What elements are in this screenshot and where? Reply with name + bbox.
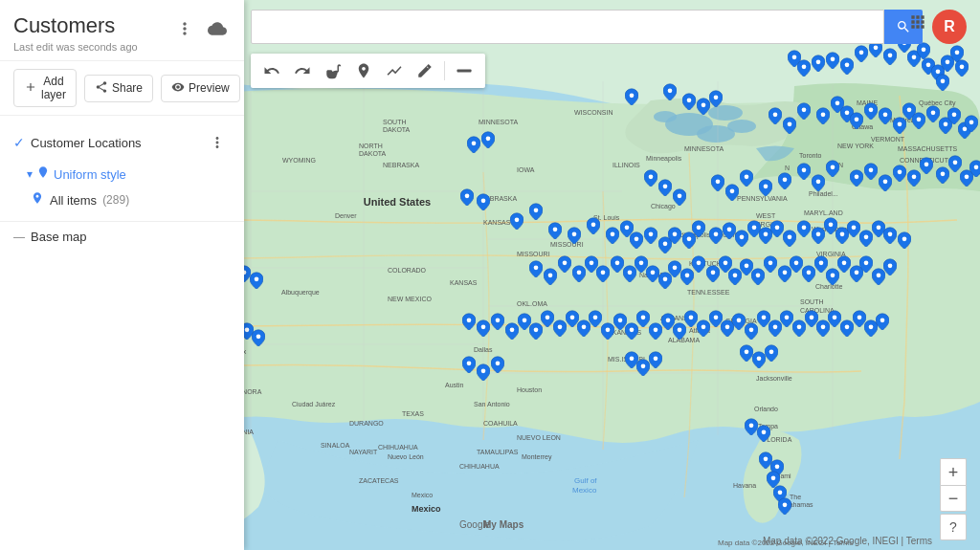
svg-text:TEXAS: TEXAS	[402, 410, 424, 417]
svg-text:MASSACHUSETTS: MASSACHUSETTS	[898, 145, 958, 152]
all-items-row[interactable]: All items (289)	[0, 187, 244, 213]
svg-point-5	[727, 120, 756, 133]
svg-text:ILLINOIS: ILLINOIS	[612, 162, 640, 168]
svg-text:Monterrey: Monterrey	[522, 453, 552, 461]
svg-text:CAROLINA: CAROLINA	[800, 307, 835, 314]
svg-text:MAINE: MAINE	[857, 99, 879, 106]
svg-text:Houston: Houston	[517, 386, 542, 393]
svg-text:SOUTH: SOUTH	[800, 298, 824, 305]
svg-text:Mexico: Mexico	[572, 486, 597, 495]
search-input[interactable]	[251, 10, 884, 44]
svg-text:CONNECTICUT: CONNECTICUT	[900, 157, 949, 164]
svg-text:NEBRASKA: NEBRASKA	[480, 195, 517, 202]
more-options-button[interactable]	[171, 15, 198, 42]
svg-text:Jacksonville: Jacksonville	[756, 375, 792, 382]
undo-button[interactable]	[258, 57, 285, 84]
chevron-down-icon: ▾	[27, 167, 33, 181]
panel-subtitle: Last edit was seconds ago	[13, 41, 138, 53]
svg-text:CHIHUAHUA: CHIHUAHUA	[378, 444, 418, 451]
svg-text:St. Louis: St. Louis	[593, 214, 620, 221]
svg-text:My Maps: My Maps	[483, 519, 524, 530]
item-count: (289)	[102, 193, 129, 207]
svg-text:GEORGIA: GEORGIA	[725, 318, 757, 324]
add-layer-button[interactable]: Add layer	[13, 69, 77, 107]
zoom-controls: + −	[940, 458, 967, 512]
svg-text:Chicago: Chicago	[651, 203, 676, 210]
marker-button[interactable]	[350, 57, 377, 84]
map-toolbar	[251, 54, 485, 88]
preview-icon	[171, 80, 185, 97]
svg-text:ARKANSAS: ARKANSAS	[660, 315, 697, 321]
share-icon	[95, 80, 108, 97]
svg-text:TAMAULIPAS: TAMAULIPAS	[477, 449, 519, 455]
svg-text:Montreal: Montreal	[890, 117, 917, 123]
svg-text:ALABAMA: ALABAMA	[668, 337, 700, 343]
svg-text:WEST: WEST	[756, 212, 776, 219]
svg-text:Minneapolis: Minneapolis	[646, 155, 682, 163]
svg-text:NUEVO LEON: NUEVO LEON	[517, 434, 561, 441]
svg-text:NORTH: NORTH	[359, 143, 383, 149]
preview-button[interactable]: Preview	[161, 75, 240, 102]
basemap-label: Base map	[31, 230, 87, 244]
redo-button[interactable]	[289, 57, 316, 84]
svg-text:MARYL.AND: MARYL.AND	[804, 209, 843, 216]
add-layer-icon	[24, 80, 37, 97]
layer-section: ✓ Customer Locations ▾ Uniform style All…	[0, 116, 244, 222]
layer-check-icon: ✓	[13, 135, 25, 150]
svg-text:DAKOTA: DAKOTA	[359, 150, 387, 157]
svg-text:Austin: Austin	[445, 382, 464, 388]
svg-text:MISSOURI: MISSOURI	[550, 241, 584, 248]
svg-text:NEW YORK: NEW YORK	[837, 143, 874, 149]
svg-text:Albuquerque: Albuquerque	[281, 289, 320, 297]
svg-text:Miami: Miami	[773, 473, 791, 479]
apps-icon[interactable]	[908, 12, 927, 36]
svg-text:Nashville: Nashville	[639, 272, 667, 278]
basemap-section[interactable]: — Base map	[0, 222, 244, 252]
zoom-out-button[interactable]: −	[940, 485, 967, 512]
svg-text:San Antonio: San Antonio	[474, 401, 510, 407]
svg-text:KENTUCKY: KENTUCKY	[689, 260, 725, 267]
svg-text:Dallas: Dallas	[474, 346, 493, 353]
svg-text:ZACATECAS: ZACATECAS	[359, 477, 399, 484]
add-layer-label: Add layer	[41, 75, 66, 101]
svg-text:Mexico: Mexico	[412, 504, 441, 514]
svg-text:NEW MEXICO: NEW MEXICO	[388, 296, 432, 302]
layer-name: Customer Locations	[31, 136, 142, 150]
zoom-in-button[interactable]: +	[940, 458, 967, 485]
action-row: Add layer Share Preview	[0, 61, 244, 116]
user-avatar[interactable]: R	[932, 10, 967, 44]
pan-button[interactable]	[320, 57, 346, 84]
style-text[interactable]: Uniform style	[54, 167, 126, 182]
line-button[interactable]	[381, 57, 408, 84]
measure-button[interactable]	[412, 57, 438, 84]
svg-text:Philadel...: Philadel...	[809, 190, 838, 197]
svg-text:WISCONSIN: WISCONSIN	[574, 109, 612, 116]
svg-text:SOUTH: SOUTH	[383, 119, 407, 125]
svg-text:Ottawa: Ottawa	[852, 123, 873, 130]
svg-text:N: N	[838, 162, 843, 168]
svg-text:Québec City: Québec City	[919, 99, 956, 107]
svg-text:Denver: Denver	[335, 212, 357, 219]
svg-text:OKL.OMA: OKL.OMA	[517, 300, 547, 307]
cloud-save-button[interactable]	[204, 15, 231, 42]
svg-text:KANSAS: KANSAS	[450, 279, 478, 286]
select-button[interactable]	[451, 57, 478, 84]
svg-text:DURANGO: DURANGO	[349, 420, 384, 427]
svg-text:COAHUILA: COAHUILA	[483, 420, 518, 427]
svg-text:N: N	[785, 165, 790, 171]
share-button[interactable]: Share	[84, 75, 153, 102]
layer-style-row[interactable]: ▾ Uniform style	[0, 162, 244, 187]
svg-text:FLORIDA: FLORIDA	[763, 436, 792, 443]
svg-text:MINNESOTA: MINNESOTA	[479, 119, 518, 125]
help-button[interactable]: ?	[940, 514, 967, 540]
layer-more-button[interactable]	[204, 129, 231, 156]
svg-text:DAKOTA: DAKOTA	[383, 126, 411, 133]
svg-text:NAYARIT: NAYARIT	[349, 449, 378, 455]
svg-text:CHIHUAHUA: CHIHUAHUA	[459, 463, 500, 470]
svg-text:MISSOURI: MISSOURI	[517, 251, 550, 257]
svg-text:VIRGINIA: VIRGINIA	[754, 221, 784, 228]
dash-icon: —	[13, 231, 25, 244]
svg-text:Indianapolis: Indianapolis	[675, 231, 711, 239]
svg-text:SINALOA: SINALOA	[321, 442, 350, 449]
all-items-label: All items	[50, 193, 97, 208]
